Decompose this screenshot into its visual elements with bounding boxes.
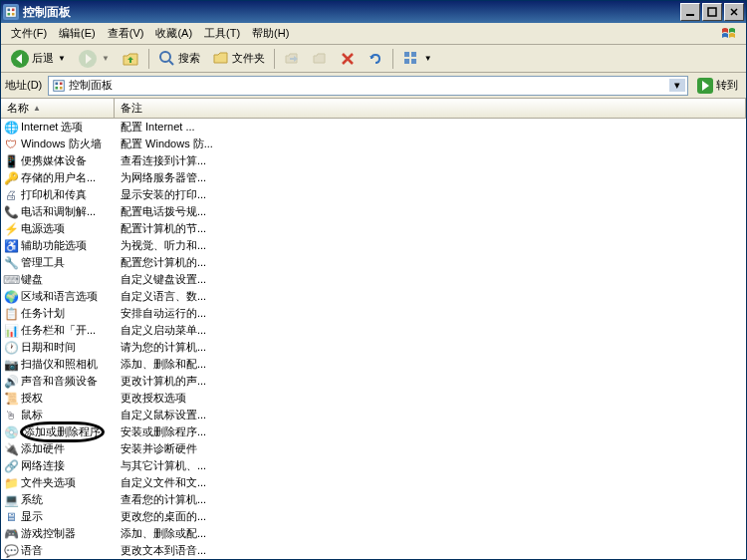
item-name-cell: 📱便携媒体设备 [1,153,115,169]
undo-button[interactable] [363,48,388,70]
forward-icon [78,49,98,69]
address-text: 控制面板 [69,78,669,93]
menu-tools[interactable]: 工具(T) [198,24,246,43]
address-combobox[interactable]: 控制面板 ▾ [48,76,688,96]
item-icon: 📁 [3,475,19,491]
item-name-label: 任务计划 [21,306,65,321]
delete-icon [340,51,356,67]
back-icon [10,49,30,69]
item-desc-cell: 自定义语言、数... [115,289,746,304]
svg-rect-17 [56,86,59,89]
svg-rect-11 [411,52,416,57]
address-dropdown-icon[interactable]: ▾ [669,79,685,92]
item-desc-cell: 为视觉、听力和... [115,238,746,253]
folders-icon [212,50,230,68]
item-desc-cell: 查看您的计算机... [115,492,746,507]
item-name-cell: ⌨键盘 [1,272,115,288]
list-item[interactable]: 🔑存储的用户名...为网络服务器管... [1,169,746,186]
list-item[interactable]: 🖥显示更改您的桌面的... [1,508,746,525]
item-icon: ⌨ [3,272,19,288]
go-button[interactable]: 转到 [692,75,742,97]
list-item[interactable]: 💬语音更改文本到语音... [1,542,746,559]
views-icon [402,50,420,68]
item-name-cell: 🌐Internet 选项 [1,120,115,136]
item-name-cell: 🔌添加硬件 [1,441,115,457]
up-button[interactable] [117,47,144,71]
item-icon: 🖨 [3,187,19,203]
column-header-desc[interactable]: 备注 [115,99,746,118]
list-item[interactable]: 💻系统查看您的计算机... [1,491,746,508]
item-desc-cell: 更改计算机的声... [115,374,746,389]
folder-up-icon [122,50,139,68]
list-item[interactable]: 💿添加或删除程序安装或删除程序... [1,423,746,440]
window-buttons [680,3,744,21]
item-desc-cell: 添加、删除或配... [115,526,746,541]
item-name-label: 任务栏和「开... [21,323,96,338]
item-icon: 🕐 [3,340,19,356]
item-name-label: 授权 [21,391,43,406]
menu-help[interactable]: 帮助(H) [246,24,295,43]
search-label: 搜索 [178,51,200,66]
list-item[interactable]: 📜授权更改授权选项 [1,390,746,407]
window-title: 控制面板 [23,4,680,21]
move-to-button[interactable] [279,48,305,70]
views-button[interactable]: ▼ [397,47,437,71]
list-item[interactable]: ♿辅助功能选项为视觉、听力和... [1,237,746,254]
svg-point-9 [160,52,170,62]
list-item[interactable]: 🌐Internet 选项配置 Internet ... [1,119,746,136]
list-item[interactable]: 🖨打印机和传真显示安装的打印... [1,186,746,203]
list-item[interactable]: 🔊声音和音频设备更改计算机的声... [1,373,746,390]
list-item[interactable]: 📞电话和调制解...配置电话拨号规... [1,203,746,220]
maximize-button[interactable] [702,3,722,21]
close-button[interactable] [724,3,744,21]
delete-button[interactable] [335,48,361,70]
search-button[interactable]: 搜索 [153,47,205,71]
list-item[interactable]: 📱便携媒体设备查看连接到计算... [1,152,746,169]
item-name-cell: ⚡电源选项 [1,221,115,237]
list-item[interactable]: 🔗网络连接与其它计算机、... [1,457,746,474]
copy-to-button[interactable] [307,48,333,70]
item-icon: 🔊 [3,374,19,390]
column-header-name[interactable]: 名称 ▲ [1,99,115,118]
svg-rect-16 [60,82,63,85]
chevron-down-icon: ▼ [102,54,110,63]
menu-edit[interactable]: 编辑(E) [53,24,102,43]
list-item[interactable]: 🔧管理工具配置您计算机的... [1,254,746,271]
item-desc-cell: 配置 Internet ... [115,120,746,135]
item-name-label: 声音和音频设备 [21,374,98,389]
item-name-cell: 🔧管理工具 [1,255,115,271]
item-icon: 🔧 [3,255,19,271]
menu-file[interactable]: 文件(F) [5,24,53,43]
folders-button[interactable]: 文件夹 [207,47,270,71]
list-item[interactable]: ⚡电源选项配置计算机的节... [1,220,746,237]
item-icon: ⚡ [3,221,19,237]
back-button[interactable]: 后退 ▼ [5,46,71,72]
item-desc-cell: 配置计算机的节... [115,221,746,236]
list-item[interactable]: 📁文件夹选项自定义文件和文... [1,474,746,491]
item-desc-cell: 安装或删除程序... [115,424,746,439]
item-desc-cell: 安装并诊断硬件 [115,441,746,456]
list-item[interactable]: 📋任务计划安排自动运行的... [1,305,746,322]
item-name-cell: 🖨打印机和传真 [1,187,115,203]
item-name-cell: ♿辅助功能选项 [1,238,115,254]
folders-label: 文件夹 [232,51,265,66]
list-item[interactable]: 🛡Windows 防火墙配置 Windows 防... [1,136,746,152]
list-item[interactable]: 🕐日期和时间请为您的计算机... [1,339,746,356]
list-item[interactable]: 📷扫描仪和照相机添加、删除和配... [1,356,746,373]
list-item[interactable]: 🎮游戏控制器添加、删除或配... [1,525,746,542]
item-desc-cell: 请为您的计算机... [115,340,746,355]
minimize-button[interactable] [680,3,700,21]
forward-button[interactable]: ▼ [73,46,115,72]
menu-favorites[interactable]: 收藏(A) [149,24,198,43]
item-desc-cell: 自定义键盘设置... [115,272,746,287]
list-item[interactable]: 🌍区域和语言选项自定义语言、数... [1,288,746,305]
list-item[interactable]: 🔌添加硬件安装并诊断硬件 [1,440,746,457]
sort-asc-icon: ▲ [33,104,41,113]
chevron-down-icon: ▼ [424,54,432,63]
list-item[interactable]: 📊任务栏和「开...自定义启动菜单... [1,322,746,339]
list-item[interactable]: ⌨键盘自定义键盘设置... [1,271,746,288]
menu-view[interactable]: 查看(V) [102,24,150,43]
list-view[interactable]: 名称 ▲ 备注 🌐Internet 选项配置 Internet ...🛡Wind… [1,99,746,559]
item-name-cell: 📋任务计划 [1,306,115,322]
item-desc-cell: 配置您计算机的... [115,255,746,270]
